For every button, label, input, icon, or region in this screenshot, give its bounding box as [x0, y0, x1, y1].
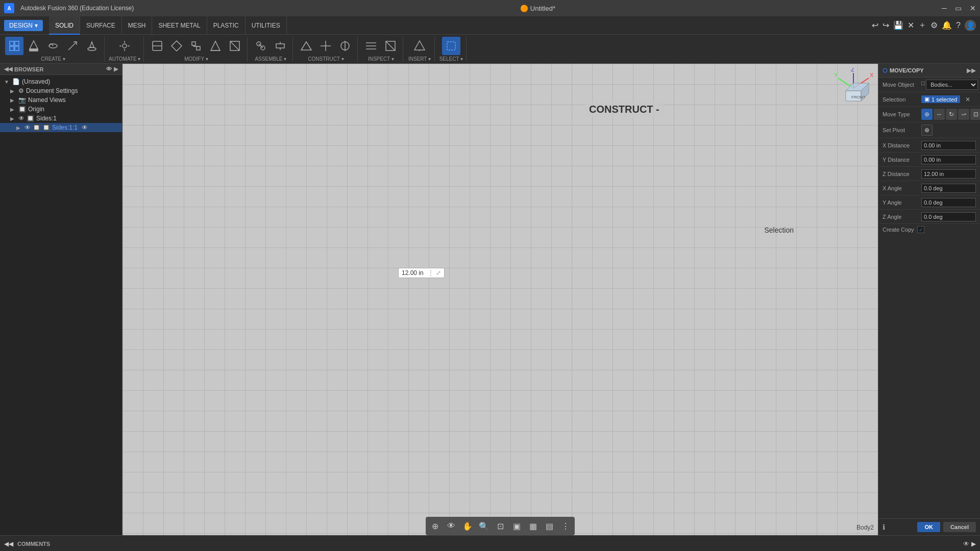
pan-button[interactable]: ✋: [460, 519, 475, 533]
tab-surface[interactable]: SURFACE: [80, 16, 122, 35]
construct-button2[interactable]: [316, 37, 335, 55]
root-icon: 📄: [12, 78, 20, 85]
move-object-select[interactable]: Bodies... Components... Faces...: [926, 80, 978, 90]
browser-named-views[interactable]: ▶ 📷 Named Views: [0, 95, 122, 105]
browser-document-settings[interactable]: ▶ ⚙ Document Settings: [0, 86, 122, 95]
info-icon[interactable]: ℹ: [883, 523, 885, 531]
sides1-1-icon3: 🔲: [42, 124, 50, 131]
x-angle-input[interactable]: [921, 184, 976, 193]
dimension-expand-icon[interactable]: ⤢: [436, 269, 441, 277]
redo-button[interactable]: ↪: [883, 20, 889, 30]
help-icon[interactable]: ?: [956, 21, 961, 30]
comments-expand-icon[interactable]: ▶: [971, 540, 976, 547]
assemble-label: ASSEMBLE ▾: [255, 56, 287, 62]
close-file-button[interactable]: ✕: [908, 20, 914, 30]
free-move-button[interactable]: ⊕: [921, 109, 933, 120]
revolve-button[interactable]: [44, 37, 62, 55]
insert-button[interactable]: [410, 37, 429, 55]
main-area: ◀◀ BROWSER 👁 ▶ ▼ 📄 (Unsaved) ▶ ⚙ Documen…: [0, 64, 980, 535]
tab-utilities[interactable]: UTILITIES: [246, 16, 287, 35]
titlebar-controls[interactable]: ─ ▭ ✕: [942, 4, 976, 12]
create-copy-checkbox[interactable]: [917, 226, 924, 233]
browser-sides1-1[interactable]: ▶ 👁 🔲 🔲 Sides:1:1 👁: [0, 123, 122, 132]
construct-button1[interactable]: [297, 37, 315, 55]
close-button[interactable]: ✕: [970, 4, 976, 12]
automate-button[interactable]: [115, 37, 134, 55]
tab-solid[interactable]: SOLID: [49, 16, 80, 35]
inspect-button1[interactable]: [362, 37, 380, 55]
sketch-button[interactable]: [63, 37, 82, 55]
dimension-options-icon[interactable]: ⋮: [428, 269, 434, 277]
movecopy-expand-icon[interactable]: ▶▶: [967, 67, 976, 74]
ok-button[interactable]: OK: [917, 522, 940, 532]
design-dropdown[interactable]: DESIGN ▾: [4, 20, 43, 31]
modify-label: MODIFY ▾: [184, 56, 208, 62]
to-object-button[interactable]: ⊡: [970, 109, 980, 120]
z-angle-input[interactable]: [921, 212, 976, 221]
y-angle-input[interactable]: [921, 198, 976, 207]
display-mode1[interactable]: ▣: [509, 519, 524, 533]
select-button[interactable]: [442, 37, 460, 55]
tab-mesh[interactable]: MESH: [122, 16, 153, 35]
y-distance-input[interactable]: [921, 155, 976, 164]
along-axis-button[interactable]: ↔: [934, 109, 945, 120]
movecopy-icon: ⬡: [883, 67, 888, 74]
browser-collapse-icon[interactable]: ◀◀: [4, 66, 12, 72]
display-mode3[interactable]: ▤: [542, 519, 556, 533]
view-cube[interactable]: X Y Z FRONT: [833, 68, 874, 109]
browser-eye-icon[interactable]: 👁: [106, 66, 112, 72]
new-component-button[interactable]: [5, 37, 23, 55]
browser-root[interactable]: ▼ 📄 (Unsaved): [0, 77, 122, 86]
notification-icon[interactable]: 🔔: [942, 20, 952, 30]
modify-button4[interactable]: [206, 37, 225, 55]
tab-sheet-metal[interactable]: SHEET METAL: [152, 16, 207, 35]
named-views-label: Named Views: [28, 96, 66, 104]
comments-eye-icon[interactable]: 👁: [963, 540, 969, 547]
browser-origin[interactable]: ▶ 🔲 Origin: [0, 105, 122, 114]
gear-icon: ⚙: [18, 87, 24, 94]
cancel-button[interactable]: Cancel: [943, 522, 976, 532]
dimension-label[interactable]: 12.00 in ⋮ ⤢: [398, 268, 445, 278]
svg-point-10: [122, 44, 127, 48]
modify-button5[interactable]: [226, 37, 244, 55]
move-object-label: Move Object: [883, 82, 918, 88]
assemble-button2[interactable]: [271, 37, 289, 55]
restore-button[interactable]: ▭: [955, 4, 962, 12]
loft-button[interactable]: [83, 37, 101, 55]
fit-button[interactable]: ⊡: [493, 519, 507, 533]
zoom-button[interactable]: 🔍: [477, 519, 491, 533]
along-path-button[interactable]: ⤻: [958, 109, 969, 120]
assemble-button1[interactable]: [252, 37, 270, 55]
orbit-button[interactable]: ⊕: [428, 519, 442, 533]
minimize-button[interactable]: ─: [942, 4, 947, 12]
inspect-label: INSPECT ▾: [368, 56, 394, 62]
comments-collapse-icon[interactable]: ◀◀: [4, 540, 13, 547]
set-pivot-button[interactable]: ⊕: [921, 124, 933, 136]
tab-plastic[interactable]: PLASTIC: [207, 16, 246, 35]
account-icon[interactable]: 👤: [965, 20, 976, 31]
more-options-icon[interactable]: ⋮: [558, 519, 573, 533]
new-tab-button[interactable]: ＋: [918, 20, 926, 31]
undo-button[interactable]: ↩: [872, 20, 878, 30]
rotate-button[interactable]: ↻: [946, 109, 957, 120]
settings-icon[interactable]: ⚙: [930, 20, 938, 30]
browser-expand-icon[interactable]: ▶: [114, 66, 118, 72]
construct-viewport-label: CONSTRUCT -: [585, 102, 664, 117]
root-label: (Unsaved): [22, 78, 50, 85]
construct-button3[interactable]: [336, 37, 354, 55]
save-button[interactable]: 💾: [893, 20, 903, 30]
viewport[interactable]: 12.00 12.00 in ⋮ ⤢ CONSTRUCT - Selection: [122, 64, 878, 535]
inspect-button2[interactable]: [381, 37, 400, 55]
modify-button2[interactable]: [167, 37, 186, 55]
display-mode2[interactable]: ▦: [526, 519, 540, 533]
extrude-button[interactable]: [24, 37, 43, 55]
selection-badge[interactable]: ▣ 1 selected: [921, 95, 960, 103]
modify-button1[interactable]: [148, 37, 166, 55]
z-distance-input[interactable]: [921, 169, 976, 179]
viewport-svg: 12.00: [122, 64, 276, 140]
modify-button3[interactable]: [187, 37, 205, 55]
look-at-button[interactable]: 👁: [444, 519, 458, 533]
x-distance-input[interactable]: [921, 141, 976, 150]
browser-sides1[interactable]: ▶ 👁 🔲 Sides:1: [0, 114, 122, 123]
clear-selection-button[interactable]: ✕: [965, 96, 970, 103]
